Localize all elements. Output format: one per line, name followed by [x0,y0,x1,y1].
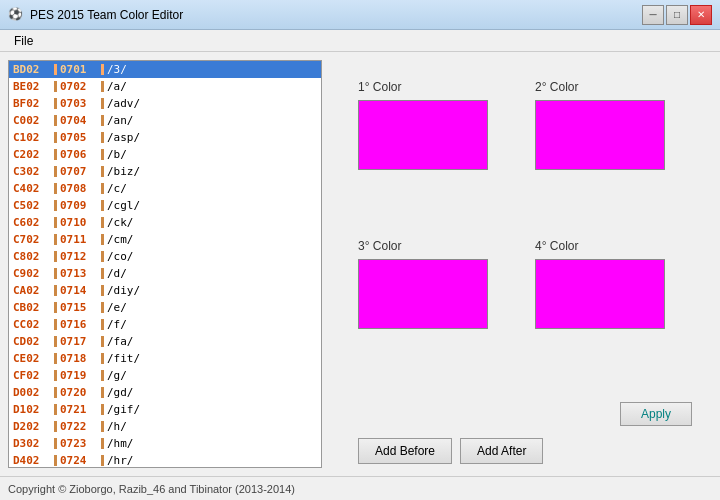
list-item[interactable]: C7020711/cm/ [9,231,321,248]
list-col1: C702 [13,233,51,246]
list-item[interactable]: C8020712/co/ [9,248,321,265]
list-col2: 0704 [60,114,98,127]
divider-icon [54,302,57,313]
divider-icon [101,336,104,347]
list-col2: 0714 [60,284,98,297]
list-item[interactable]: C9020713/d/ [9,265,321,282]
divider-icon [54,319,57,330]
list-item[interactable]: D4020724/hr/ [9,452,321,467]
divider-icon [54,132,57,143]
color1-swatch[interactable] [358,100,488,170]
divider-icon [54,421,57,432]
divider-icon [101,387,104,398]
list-col2: 0710 [60,216,98,229]
list-col1: C402 [13,182,51,195]
list-col3: /an/ [107,114,317,127]
list-col2: 0722 [60,420,98,433]
list-col3: /biz/ [107,165,317,178]
list-col1: C502 [13,199,51,212]
apply-button[interactable]: Apply [620,402,692,426]
window-title: PES 2015 Team Color Editor [30,8,183,22]
list-col3: /ck/ [107,216,317,229]
app-icon: ⚽ [8,7,24,23]
divider-icon [54,234,57,245]
list-col3: /cgl/ [107,199,317,212]
list-item[interactable]: D1020721/gif/ [9,401,321,418]
divider-icon [101,404,104,415]
divider-icon [101,166,104,177]
list-panel: BD020701/3/BE020702/a/BF020703/adv/C0020… [0,52,330,476]
list-item[interactable]: CA020714/diy/ [9,282,321,299]
list-item[interactable]: C0020704/an/ [9,112,321,129]
list-item[interactable]: D0020720/gd/ [9,384,321,401]
divider-icon [54,370,57,381]
list-col3: /g/ [107,369,317,382]
list-item[interactable]: CF020719/g/ [9,367,321,384]
list-item[interactable]: C1020705/asp/ [9,129,321,146]
divider-icon [101,302,104,313]
close-button[interactable]: ✕ [690,5,712,25]
list-col3: /d/ [107,267,317,280]
color2-label: 2° Color [535,80,578,94]
list-item[interactable]: BF020703/adv/ [9,95,321,112]
list-col3: /3/ [107,63,317,76]
list-item[interactable]: C3020707/biz/ [9,163,321,180]
list-item[interactable]: CD020717/fa/ [9,333,321,350]
title-controls: ─ □ ✕ [642,5,712,25]
list-item[interactable]: C6020710/ck/ [9,214,321,231]
divider-icon [101,234,104,245]
list-item[interactable]: C5020709/cgl/ [9,197,321,214]
maximize-button[interactable]: □ [666,5,688,25]
list-item[interactable]: C4020708/c/ [9,180,321,197]
color4-swatch[interactable] [535,259,665,329]
list-col1: BF02 [13,97,51,110]
divider-icon [101,149,104,160]
list-item[interactable]: BD020701/3/ [9,61,321,78]
minimize-button[interactable]: ─ [642,5,664,25]
list-col2: 0708 [60,182,98,195]
list-col3: /a/ [107,80,317,93]
add-before-button[interactable]: Add Before [358,438,452,464]
list-item[interactable]: CC020716/f/ [9,316,321,333]
color4-label: 4° Color [535,239,578,253]
divider-icon [101,353,104,364]
list-item[interactable]: D3020723/hm/ [9,435,321,452]
list-col2: 0706 [60,148,98,161]
list-col2: 0724 [60,454,98,467]
list-col2: 0705 [60,131,98,144]
list-item[interactable]: D2020722/h/ [9,418,321,435]
colors-grid: 1° Color 2° Color 3° Color 4° Color [338,60,712,398]
file-menu[interactable]: File [6,32,41,50]
list-col2: 0703 [60,97,98,110]
list-col3: /asp/ [107,131,317,144]
divider-icon [101,132,104,143]
list-col3: /e/ [107,301,317,314]
list-col1: CA02 [13,284,51,297]
color2-cell: 2° Color [535,80,692,219]
list-col1: C102 [13,131,51,144]
list-item[interactable]: CE020718/fit/ [9,350,321,367]
list-col1: BD02 [13,63,51,76]
color2-swatch[interactable] [535,100,665,170]
list-col1: BE02 [13,80,51,93]
list-item[interactable]: BE020702/a/ [9,78,321,95]
divider-icon [101,438,104,449]
divider-icon [54,404,57,415]
divider-icon [54,149,57,160]
status-text: Copyright © Zioborgo, Razib_46 and Tibin… [8,483,295,495]
list-item[interactable]: CB020715/e/ [9,299,321,316]
list-col2: 0720 [60,386,98,399]
color4-cell: 4° Color [535,239,692,378]
list-col1: D302 [13,437,51,450]
divider-icon [101,455,104,466]
color3-swatch[interactable] [358,259,488,329]
add-after-button[interactable]: Add After [460,438,543,464]
title-bar: ⚽ PES 2015 Team Color Editor ─ □ ✕ [0,0,720,30]
list-col2: 0707 [60,165,98,178]
list-col1: C902 [13,267,51,280]
list-col2: 0709 [60,199,98,212]
team-list[interactable]: BD020701/3/BE020702/a/BF020703/adv/C0020… [9,61,321,467]
list-col3: /gd/ [107,386,317,399]
divider-icon [101,268,104,279]
list-item[interactable]: C2020706/b/ [9,146,321,163]
